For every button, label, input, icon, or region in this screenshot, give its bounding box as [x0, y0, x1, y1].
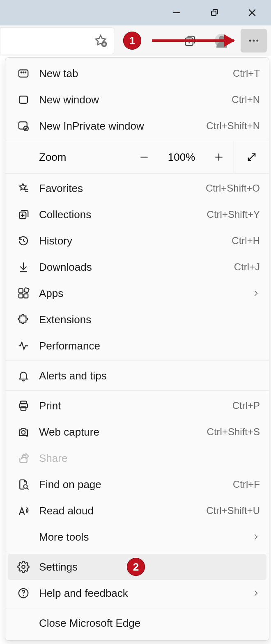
menu-apps[interactable]: Apps	[5, 280, 269, 306]
menu-shortcut: Ctrl+P	[232, 400, 260, 411]
annotation-badge-2: 2	[127, 558, 145, 576]
menu-label: Share	[34, 452, 260, 465]
menu-shortcut: Ctrl+Shift+Y	[207, 209, 260, 220]
menu-label: Favorites	[34, 182, 206, 195]
menu-separator	[5, 361, 269, 361]
svg-point-11	[253, 40, 255, 42]
menu-label: Downloads	[34, 261, 234, 274]
performance-icon	[13, 340, 34, 352]
menu-more-tools[interactable]: More tools	[5, 524, 269, 550]
menu-settings[interactable]: Settings 2	[8, 554, 266, 580]
menu-shortcut: Ctrl+J	[234, 261, 260, 273]
svg-line-39	[27, 488, 29, 490]
svg-rect-32	[19, 294, 23, 298]
svg-point-12	[256, 40, 258, 42]
svg-rect-18	[19, 122, 27, 129]
menu-collections[interactable]: Collections Ctrl+Shift+Y	[5, 201, 269, 228]
svg-point-14	[21, 72, 22, 73]
menu-shortcut: Ctrl+Shift+O	[206, 183, 260, 194]
menu-label: History	[34, 235, 232, 247]
menu-read-aloud[interactable]: Read aloud Ctrl+Shift+U	[5, 498, 269, 524]
menu-label: Help and feedback	[34, 587, 252, 600]
gear-icon	[13, 561, 34, 573]
zoom-in-button[interactable]	[204, 141, 234, 174]
menu-label: Settings	[34, 561, 257, 573]
menu-label: Read aloud	[34, 505, 206, 517]
menu-shortcut: Ctrl+N	[232, 94, 260, 105]
svg-point-40	[22, 565, 25, 569]
menu-shortcut: Ctrl+T	[233, 68, 260, 79]
menu-find[interactable]: Find on page Ctrl+F	[5, 471, 269, 498]
fullscreen-button[interactable]	[234, 141, 269, 174]
menu-label: Performance	[34, 340, 260, 352]
menu-close-browser[interactable]: Close Microsoft Edge	[5, 610, 269, 636]
menu-label: New window	[34, 94, 232, 106]
minimize-button[interactable]	[158, 0, 195, 25]
zoom-label: Zoom	[5, 151, 129, 164]
menu-downloads[interactable]: Downloads Ctrl+J	[5, 254, 269, 280]
menu-history[interactable]: History Ctrl+H	[5, 228, 269, 254]
chevron-right-icon	[252, 289, 260, 297]
menu-shortcut: Ctrl+H	[232, 235, 260, 247]
share-icon	[13, 452, 34, 464]
zoom-out-button[interactable]	[129, 141, 159, 174]
svg-rect-1	[211, 11, 216, 16]
bell-icon	[13, 370, 34, 382]
svg-rect-31	[24, 294, 28, 298]
menu-label: Alerts and tips	[34, 370, 260, 382]
svg-rect-36	[21, 407, 26, 411]
menu-separator	[5, 391, 269, 391]
downloads-icon	[13, 261, 34, 273]
add-favorite-icon[interactable]	[94, 34, 108, 48]
svg-rect-17	[19, 96, 28, 103]
svg-rect-33	[24, 288, 29, 293]
menu-new-window[interactable]: New window Ctrl+N	[5, 87, 269, 113]
menu-label: New InPrivate window	[34, 120, 206, 132]
new-tab-icon	[13, 67, 34, 80]
menu-extensions[interactable]: Extensions	[5, 306, 269, 333]
window-titlebar	[0, 0, 271, 25]
svg-point-37	[22, 431, 25, 434]
menu-share: Share	[5, 445, 269, 471]
menu-label: New tab	[34, 67, 233, 80]
menu-new-tab[interactable]: New tab Ctrl+T	[5, 60, 269, 87]
menu-help[interactable]: Help and feedback	[5, 580, 269, 606]
maximize-button[interactable]	[195, 0, 233, 25]
svg-rect-13	[19, 70, 28, 77]
chevron-right-icon	[252, 589, 260, 597]
svg-point-15	[23, 72, 24, 73]
menu-web-capture[interactable]: Web capture Ctrl+Shift+S	[5, 419, 269, 445]
window-icon	[13, 94, 34, 106]
menu-label: Web capture	[34, 426, 207, 438]
menu-print[interactable]: Print Ctrl+P	[5, 393, 269, 419]
menu-label: Close Microsoft Edge	[34, 617, 260, 630]
menu-alerts[interactable]: Alerts and tips	[5, 363, 269, 389]
svg-point-16	[25, 72, 26, 73]
svg-point-38	[24, 485, 28, 489]
annotation-badge-1: 1	[123, 32, 141, 50]
menu-performance[interactable]: Performance	[5, 333, 269, 359]
close-window-button[interactable]	[233, 0, 271, 25]
menu-shortcut: Ctrl+Shift+U	[206, 505, 260, 516]
menu-label: Find on page	[34, 478, 233, 491]
menu-separator	[5, 608, 269, 608]
menu-favorites[interactable]: Favorites Ctrl+Shift+O	[5, 175, 269, 201]
inprivate-icon	[13, 120, 34, 132]
menu-shortcut: Ctrl+Shift+S	[207, 426, 260, 438]
menu-label: More tools	[34, 531, 252, 544]
apps-icon	[13, 287, 34, 299]
address-bar[interactable]	[0, 27, 115, 54]
menu-separator	[5, 552, 269, 552]
chevron-right-icon	[252, 533, 260, 541]
zoom-value: 100%	[159, 151, 204, 164]
menu-inprivate[interactable]: New InPrivate window Ctrl+Shift+N	[5, 113, 269, 139]
svg-rect-30	[19, 289, 23, 293]
zoom-row: Zoom 100%	[5, 141, 269, 174]
app-menu: New tab Ctrl+T New window Ctrl+N New InP…	[5, 57, 269, 641]
print-icon	[13, 400, 34, 412]
find-icon	[13, 478, 34, 491]
help-icon	[13, 587, 34, 599]
settings-and-more-button[interactable]	[241, 29, 267, 53]
svg-point-10	[249, 40, 251, 42]
annotation-arrow	[152, 39, 234, 42]
